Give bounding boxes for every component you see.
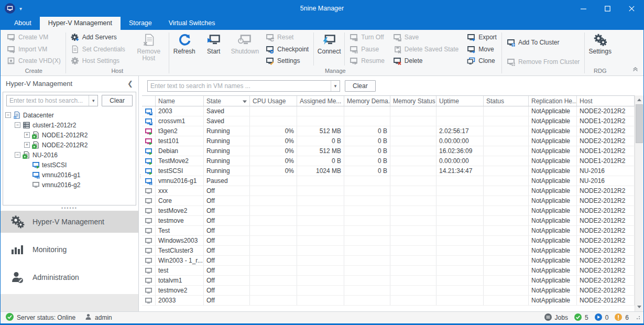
panel-splitter-handle[interactable]: •••••• <box>1 205 138 211</box>
vm-row-core[interactable]: CoreOffNotApplicableNODE2-2012R2 <box>142 196 635 206</box>
app-monitor-icon[interactable] <box>5 3 15 14</box>
tree-item-vmnu2016-g1[interactable]: vmnu2016-g1 <box>3 170 136 180</box>
column-header-uptime[interactable]: Uptime <box>436 96 484 106</box>
create-vhd-x-button[interactable]: Create VHD(X) <box>4 56 64 66</box>
scroll-down-icon[interactable] <box>635 302 643 311</box>
set-credentials-button[interactable]: Set Credentials <box>68 45 128 54</box>
vm-row-test[interactable]: testOffNotApplicableNODE2-2012R2 <box>142 266 635 276</box>
vm-row-2003[interactable]: 2003SavedNotApplicableNODE2-2012R2 <box>142 106 635 116</box>
tree-item-node2-2012r2[interactable]: +NODE2-2012R2 <box>3 140 136 150</box>
host-search-clear-button[interactable]: Clear <box>102 95 133 106</box>
import-vm-button[interactable]: Import VM <box>4 45 64 54</box>
expand-icon[interactable]: + <box>24 142 30 148</box>
vm-row-xxx[interactable]: xxxOffNotApplicableNODE2-2012R2 <box>142 186 635 196</box>
settings-button[interactable]: Settings <box>585 30 615 68</box>
pause-button[interactable]: Pause <box>346 45 388 54</box>
tab-about[interactable]: About <box>6 17 40 30</box>
clone-button[interactable]: Clone <box>464 56 500 66</box>
collapse-icon[interactable]: − <box>15 152 20 158</box>
maximize-button[interactable] <box>595 1 619 16</box>
tab-storage[interactable]: Storage <box>121 17 160 30</box>
turn-off-button[interactable]: Turn Off <box>346 32 388 42</box>
vm-row-windows2003[interactable]: Windows2003OffNotApplicableNODE2-2012R2 <box>142 236 635 246</box>
create-vm-button[interactable]: Create VM <box>4 32 64 42</box>
vm-search-clear-button[interactable]: Clear <box>345 80 376 92</box>
resume-button[interactable]: Resume <box>346 56 388 66</box>
column-header-host[interactable]: Host <box>577 96 635 106</box>
collapse-panel-icon[interactable]: ❮ <box>127 80 133 88</box>
vm-row-test101[interactable]: test101Running0%0 B0 B0.00:00:00NotAppli… <box>142 136 635 146</box>
shutdown-button[interactable]: Shutdown <box>228 30 261 68</box>
tree-item-cluster1-2012r2[interactable]: −cluster1-2012r2 <box>3 120 136 130</box>
column-header-state[interactable]: State <box>204 96 250 106</box>
collapse-icon[interactable]: − <box>15 122 20 128</box>
jobs-icon[interactable] <box>544 313 552 322</box>
tab-virtual-switches[interactable]: Virtual Switches <box>160 17 224 30</box>
vm-row-crossvm1[interactable]: crossvm1SavedNotApplicableNODE1-2012R2 <box>142 116 635 126</box>
column-header-cpu[interactable]: CPU Usage <box>250 96 297 106</box>
save-button[interactable]: Save <box>390 32 462 42</box>
column-header-memory_status[interactable]: Memory Status <box>390 96 436 106</box>
cell-demand <box>344 186 390 196</box>
vm-row-20033[interactable]: 20033OffNotApplicableNODE2-2012R2 <box>142 296 635 306</box>
column-header-name[interactable]: Name <box>156 96 204 106</box>
vm-row-totalvm1[interactable]: totalvm1OffNotApplicableNODE2-2012R2 <box>142 276 635 286</box>
sidebar-item-administration[interactable]: Administration <box>1 266 138 288</box>
vm-row-win2003-1-r[interactable]: Win2003 - 1_r...OffNotApplicableNODE2-20… <box>142 256 635 266</box>
vm-row-vmnu2016-g1[interactable]: vmnu2016-g1PausedNotApplicableNU-2016 <box>142 176 635 186</box>
scroll-up-icon[interactable] <box>635 95 643 104</box>
vm-row-testcluster3[interactable]: TestCluster3OffNotApplicableNODE2-2012R2 <box>142 246 635 256</box>
delete-saved-state-button[interactable]: Delete Saved State <box>390 45 462 54</box>
tree-item-vmnu2016-g2[interactable]: vmnu2016-g2 <box>3 180 136 190</box>
collapse-icon[interactable]: − <box>5 112 11 118</box>
quick-access-caret-icon[interactable]: ▾ <box>19 6 22 12</box>
connect-button[interactable]: Connect <box>314 30 344 68</box>
scrollbar-thumb[interactable] <box>636 104 643 143</box>
vm-row-testmove[interactable]: testmoveOffNotApplicableNODE2-2012R2 <box>142 216 635 226</box>
delete-button[interactable]: Delete <box>390 56 462 66</box>
vm-row-test[interactable]: TestOffNotApplicableNODE2-2012R2 <box>142 226 635 236</box>
vm-row-testmove2[interactable]: TestMove2Running0%0 B0 B0.00:00:00NotApp… <box>142 156 635 166</box>
vm-row-testscsi[interactable]: testSCSIRunning0%1024 MB0 B14.21:34:47No… <box>142 166 635 176</box>
vm-row-t3gen2[interactable]: t3gen2Running0%512 MB0 B2.02:56:17NotApp… <box>142 126 635 136</box>
add-to-cluster-button[interactable]: Add To Cluster <box>504 38 583 47</box>
tree-item-testscsi[interactable]: testSCSI <box>3 160 136 170</box>
sidebar-item-hyper-v-management[interactable]: Hyper-V Management <box>1 211 138 233</box>
refresh-button[interactable]: Refresh <box>170 30 199 68</box>
button-label: Resume <box>361 57 385 64</box>
collapse-ribbon-icon[interactable] <box>632 66 638 73</box>
column-header-status[interactable]: Status <box>484 96 529 106</box>
reset-button[interactable]: Reset <box>263 32 312 42</box>
vm-row-testmove2[interactable]: testmove2OffNotApplicableNODE2-2012R2 <box>142 286 635 296</box>
expand-icon[interactable]: + <box>24 132 30 138</box>
column-header-icon[interactable] <box>142 96 156 106</box>
host-settings-button[interactable]: Host Settings <box>68 56 128 66</box>
vertical-scrollbar[interactable] <box>635 95 643 311</box>
add-servers-button[interactable]: Add Servers <box>68 32 128 42</box>
move-button[interactable]: Move <box>464 45 500 54</box>
sidebar-item-monitoring[interactable]: Monitoring <box>1 239 138 261</box>
host-search-dropdown-icon[interactable]: ▾ <box>89 95 97 106</box>
remove-from-cluster-button[interactable]: Remove From Cluster <box>504 57 583 67</box>
minimize-button[interactable] <box>571 1 595 16</box>
vm-row-debian[interactable]: DebianRunning0%512 MB0 B16.02:36:09NotAp… <box>142 146 635 156</box>
start-button[interactable]: Start <box>199 30 228 68</box>
vm-search-input[interactable] <box>148 81 331 91</box>
checkpoint-button[interactable]: Checkpoint <box>263 45 312 54</box>
close-button[interactable] <box>619 1 643 16</box>
tree-item-nu-2016[interactable]: −NU-2016 <box>3 150 136 160</box>
tab-hyper-v-management[interactable]: Hyper-V Management <box>40 17 121 30</box>
tree-item-node1-2012r2[interactable]: +NODE1-2012R2 <box>3 130 136 140</box>
remove-host-button[interactable]: Remove Host <box>129 30 168 68</box>
settings-button[interactable]: Settings <box>263 56 312 66</box>
column-header-assigned[interactable]: Assigned Me... <box>297 96 344 106</box>
resize-grip-icon[interactable] <box>635 314 640 321</box>
tree-item-datacenter[interactable]: −Datacenter <box>3 110 136 120</box>
export-button[interactable]: Export <box>464 32 500 42</box>
vm-search-dropdown-icon[interactable]: ▾ <box>331 81 340 91</box>
column-header-demand[interactable]: Memory Dema... <box>344 96 390 106</box>
column-header-replication[interactable]: Replication He... <box>529 96 577 106</box>
vm-row-testmove2[interactable]: testMove2OffNotApplicableNODE2-2012R2 <box>142 206 635 216</box>
host-search-input[interactable] <box>7 95 89 106</box>
scrollbar-track[interactable] <box>635 143 643 302</box>
